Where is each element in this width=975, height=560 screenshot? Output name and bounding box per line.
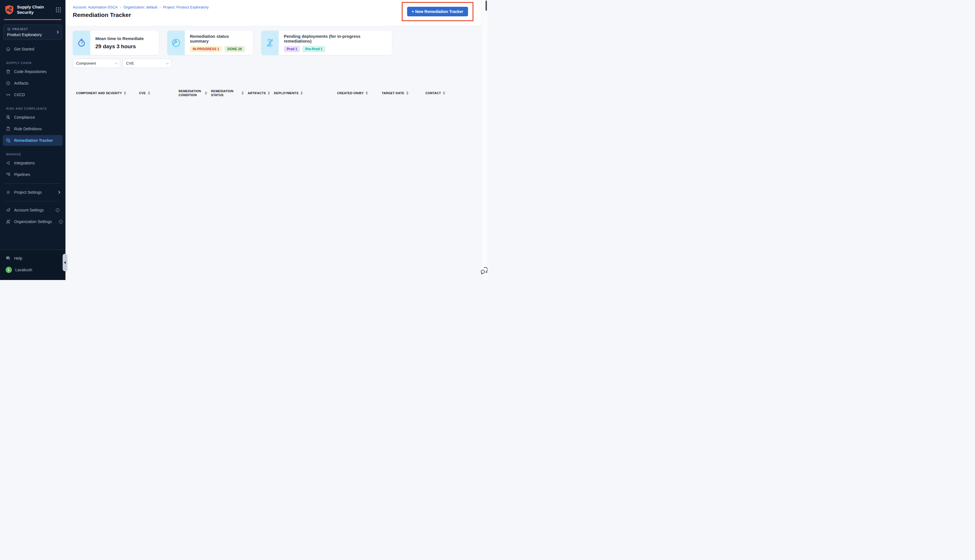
sidebar-item-code-repositories[interactable]: Code Repositories <box>3 66 63 77</box>
sort-icon[interactable] <box>205 92 207 95</box>
column-header: COMPONENT AND SEVERITY <box>76 91 122 95</box>
sidebar-item-project-settings[interactable]: Project Settings <box>3 187 63 198</box>
column-header: CREATED ON/BY <box>337 91 364 95</box>
sidebar-bottom: ? Help L Lavakush <box>0 250 65 280</box>
account-settings-icon <box>6 208 11 213</box>
cicd-infinity-icon <box>6 92 11 97</box>
column-header: CVE <box>139 91 146 95</box>
sidebar-item-label: Artifacts <box>14 81 28 85</box>
project-name: Product Exploratory <box>7 32 56 37</box>
sidebar-item-cicd[interactable]: CI/CD <box>3 89 63 100</box>
project-selector[interactable]: PROJECT Product Exploratory <box>3 25 62 40</box>
new-remediation-tracker-button[interactable]: + New Remediation Tracker <box>407 7 468 17</box>
column-header: REMEDIATION CONDITION <box>179 89 203 97</box>
sort-icon[interactable] <box>301 92 303 95</box>
column-header: TARGET DATE <box>382 91 404 95</box>
sort-icon[interactable] <box>366 92 368 95</box>
sidebar-item-label: Remediation Tracker <box>14 138 53 143</box>
sort-icon[interactable] <box>443 92 445 95</box>
chevron-down-icon <box>166 62 169 64</box>
sidebar-item-remediation-tracker[interactable]: Remediation Tracker <box>3 135 63 146</box>
timer-icon <box>77 38 86 48</box>
rule-definitions-icon <box>6 126 11 132</box>
card-icon-strip <box>167 31 185 55</box>
collapse-sidebar-handle[interactable] <box>63 254 67 271</box>
sidebar-item-label: Pipelines <box>14 172 30 177</box>
module-grid-icon[interactable] <box>55 7 62 13</box>
sidebar-item-artifacts[interactable]: Artifacts <box>3 78 63 88</box>
card-pending-deployments: Pending deployments (for in-progress rem… <box>261 31 392 55</box>
card-icon-strip <box>261 31 279 55</box>
table-header: COMPONENT AND SEVERITY CVE REMEDIATION C… <box>73 88 469 98</box>
prod-count-badge: Prod 1 <box>284 46 300 52</box>
breadcrumb-account[interactable]: Account: Automation-SSCA <box>73 5 118 9</box>
annotation-highlight-box: + New Remediation Tracker <box>402 2 473 21</box>
summary-cards: Mean time to Remediate 29 days 3 hours R… <box>73 31 488 55</box>
sidebar-item-user[interactable]: L Lavakush <box>3 265 63 275</box>
project-label: PROJECT <box>12 28 28 31</box>
sidebar-item-pipelines[interactable]: Pipelines <box>3 169 63 180</box>
filters: Component CVE <box>73 58 488 68</box>
page-header: Account: Automation-SSCA › Organization:… <box>65 0 488 26</box>
sidebar-item-label: CI/CD <box>14 92 25 97</box>
sidebar-item-label: Help <box>14 256 22 260</box>
sort-icon[interactable] <box>406 92 409 95</box>
sidebar: Supply Chain Security PROJECT Product Ex… <box>0 0 65 280</box>
pending-deployments-icon <box>265 38 275 48</box>
sidebar-item-label: Project Settings <box>14 190 42 195</box>
sort-icon[interactable] <box>268 92 270 95</box>
wrench-icon <box>171 38 181 48</box>
svg-text:?: ? <box>7 257 8 258</box>
remediation-tracker-icon <box>6 138 11 143</box>
breadcrumb-project[interactable]: Project: Product Exploratory <box>163 5 209 9</box>
section-title-supply-chain: SUPPLY CHAIN <box>6 61 65 65</box>
sidebar-item-account-settings[interactable]: Account Settings <box>3 205 63 215</box>
sort-icon[interactable] <box>124 92 126 95</box>
sidebar-item-rule-definitions[interactable]: Rule Definitions <box>3 123 63 134</box>
cve-filter-dropdown[interactable]: CVE <box>123 58 171 68</box>
sidebar-item-integrations[interactable]: Integrations <box>3 158 63 168</box>
filter-label: CVE <box>126 61 134 65</box>
sidebar-nav: Get Started SUPPLY CHAIN Code Repositori… <box>0 41 65 228</box>
artifacts-icon <box>6 81 11 86</box>
sidebar-item-label: Account Settings <box>14 208 44 212</box>
component-filter-dropdown[interactable]: Component <box>73 58 120 68</box>
sidebar-item-label: Rule Definitions <box>14 127 42 131</box>
content: Mean time to Remediate 29 days 3 hours R… <box>65 26 488 280</box>
breadcrumb-organization[interactable]: Organization: default <box>123 5 157 9</box>
info-icon[interactable] <box>59 220 63 224</box>
sidebar-item-label: Get Started <box>14 47 34 51</box>
sidebar-item-compliance[interactable]: Compliance <box>3 112 63 123</box>
card-mean-time-to-remediate: Mean time to Remediate 29 days 3 hours <box>73 31 159 55</box>
accent-divider <box>4 19 62 20</box>
done-count-badge: DONE 26 <box>225 46 245 52</box>
compliance-icon <box>6 115 11 120</box>
organization-settings-icon <box>6 219 11 224</box>
sidebar-item-get-started[interactable]: Get Started <box>3 44 63 54</box>
project-selector-body: PROJECT Product Exploratory <box>7 27 56 37</box>
card-title: Mean time to Remediate <box>95 36 144 41</box>
filter-label: Component <box>76 61 96 65</box>
sort-icon[interactable] <box>148 92 150 95</box>
section-title-manage: MANAGE <box>6 153 65 156</box>
project-settings-gear-icon <box>6 190 11 195</box>
right-gutter <box>481 0 488 280</box>
home-icon <box>6 47 11 52</box>
column-header: ARTIFACTS <box>248 91 266 95</box>
project-box-icon <box>7 27 11 31</box>
scrollbar-thumb[interactable] <box>486 0 487 11</box>
preprod-count-badge: Pre-Prod 1 <box>302 46 325 52</box>
section-title-risk-and-compliance: RISK AND COMPLIANCE <box>6 107 65 110</box>
sort-icon[interactable] <box>242 92 244 95</box>
chat-support-icon[interactable] <box>479 266 488 275</box>
chevron-right-icon <box>55 30 59 33</box>
app-root: Supply Chain Security PROJECT Product Ex… <box>0 0 488 280</box>
sidebar-item-organization-settings[interactable]: Organization Settings <box>3 216 63 227</box>
info-icon[interactable] <box>55 208 60 212</box>
sidebar-item-label: Organization Settings <box>14 219 52 224</box>
app-title: Supply Chain Security <box>17 5 52 15</box>
in-progress-count-badge: IN-PROGRESS 1 <box>190 46 222 52</box>
column-header: CONTACT <box>426 91 441 95</box>
chevron-down-icon <box>115 62 118 64</box>
sidebar-item-help[interactable]: ? Help <box>3 253 63 263</box>
